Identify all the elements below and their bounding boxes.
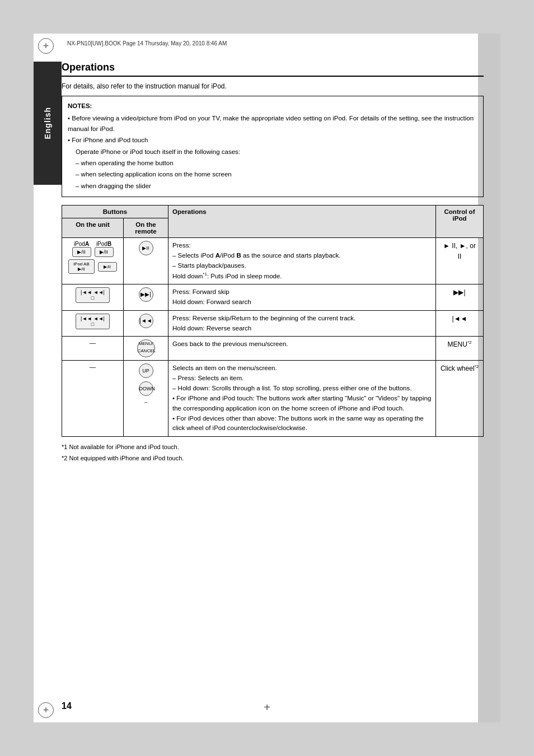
header-operations: Operations [168,206,436,238]
row1-control: ► II, ►, orII [436,238,484,284]
sidebar-english: English [34,62,62,185]
header-control: Control of iPod [436,206,484,238]
note-3: Operate iPhone or iPod touch itself in t… [68,147,477,157]
row5-ops: Selects an item on the menu/screen. – Pr… [168,361,436,437]
header-buttons: Buttons [62,206,168,218]
table-row: |◄◄ ◄◄|□ ▶▶| Press: Forward skip Hold do… [62,284,484,311]
row3-remote: |◄◄ [124,310,168,337]
page-number: 14 [62,701,72,711]
note-2: • For iPhone and iPod touch [68,135,477,145]
fwd-unit-btn: |◄◄ ◄◄|□ [76,287,110,303]
notes-box: NOTES: • Before viewing a video/picture … [62,96,484,197]
ipod-ab-btn: iPod AB▶/II [68,259,94,274]
footnote-2: *2 Not equipped with iPhone and iPod tou… [62,454,484,464]
reg-mark-bl [38,702,54,718]
footnote-1: *1 Not available for iPhone and iPod tou… [62,442,484,452]
table-row: — UP+ DOWN– Selects an item on the menu/… [62,361,484,437]
table-row: iPodA ▶/II iPodB ▶/II iPod AB▶/II ▶/II [62,238,484,284]
row1-ops: Press: – Selects iPod A/iPod B as the so… [168,238,436,284]
row4-ops: Goes back to the previous menu/screen. [168,337,436,361]
remote-menu-btn: MENU/CANCEL [137,339,155,357]
note-1: • Before viewing a video/picture from iP… [68,113,477,134]
row2-ops: Press: Forward skip Hold down: Forward s… [168,284,436,311]
row1-remote: ▶II [124,238,168,284]
row2-control: ▶▶| [436,284,484,311]
remote-fwd-btn: ▶▶| [139,287,153,302]
remote-up-btn: UP+ [139,363,153,378]
note-4: – when operating the home button [68,158,477,168]
sidebar-label: English [43,107,52,139]
row4-control: MENU*2 [436,337,484,361]
remote-play-btn: ▶II [139,241,153,255]
note-5: – when selecting application icons on th… [68,169,477,179]
row2-unit: |◄◄ ◄◄|□ [62,284,124,311]
remote-rev-btn: |◄◄ [139,314,153,328]
table-row: |◄◄ ◄◄|□ |◄◄ Press: Reverse skip/Return … [62,310,484,337]
row4-unit: — [62,337,124,361]
row5-unit: — [62,361,124,437]
rev-unit-btn: |◄◄ ◄◄|□ [76,314,110,329]
section-title: Operations [62,62,484,77]
reg-mark-tl [38,38,54,54]
table-row: — MENU/CANCEL Goes back to the previous … [62,337,484,361]
ipod-a-btn: ▶/II [72,247,91,257]
ipod-b-btn: ▶/II [95,247,114,257]
notes-title: NOTES: [68,101,477,111]
header-remote: On the remote [124,218,168,238]
row3-unit: |◄◄ ◄◄|□ [62,310,124,337]
ipod-alt-btn: ▶/II [98,262,117,272]
intro-text: For details, also refer to the instructi… [62,82,484,90]
footnotes: *1 Not available for iPhone and iPod tou… [62,442,484,463]
file-info: NX-PN10[UW].BOOK Page 14 Thursday, May 2… [67,40,227,46]
row5-remote: UP+ DOWN– [124,361,168,437]
operations-table: Buttons Operations Control of iPod On th… [62,205,484,437]
row4-remote: MENU/CANCEL [124,337,168,361]
remote-down-btn: DOWN– [139,381,153,396]
header-unit: On the unit [62,218,124,238]
row5-control: Click wheel*2 [436,361,484,437]
row3-control: |◄◄ [436,310,484,337]
bottom-crosshair: + [264,701,270,714]
main-content: Operations For details, also refer to th… [62,62,484,464]
row2-remote: ▶▶| [124,284,168,311]
note-6: – when dragging the slider [68,181,477,191]
row3-ops: Press: Reverse skip/Return to the beginn… [168,310,436,337]
row1-unit: iPodA ▶/II iPodB ▶/II iPod AB▶/II ▶/II [62,238,124,284]
